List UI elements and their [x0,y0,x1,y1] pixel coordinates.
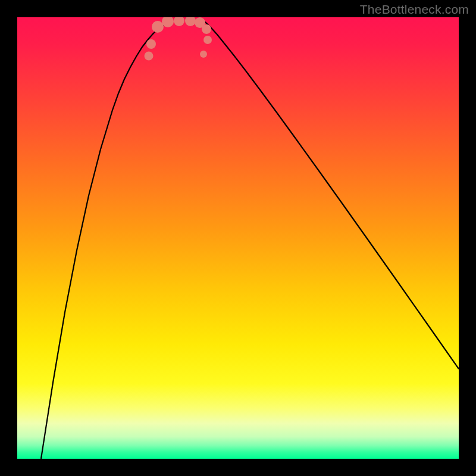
marker-dot [145,52,154,61]
marker-dot [152,21,164,33]
marker-dot [174,17,184,26]
marker-dot [185,17,196,26]
marker-dot [202,24,211,34]
chart-frame: TheBottleneck.com [0,0,476,476]
marker-cluster [145,17,212,61]
watermark-text: TheBottleneck.com [360,2,469,17]
chart-svg [17,17,459,459]
marker-dot [162,17,174,27]
marker-dot [200,51,207,58]
left-curve [41,20,171,459]
plot-area [17,17,459,459]
marker-dot [146,39,156,49]
right-curve [203,20,459,369]
marker-dot [203,36,212,44]
